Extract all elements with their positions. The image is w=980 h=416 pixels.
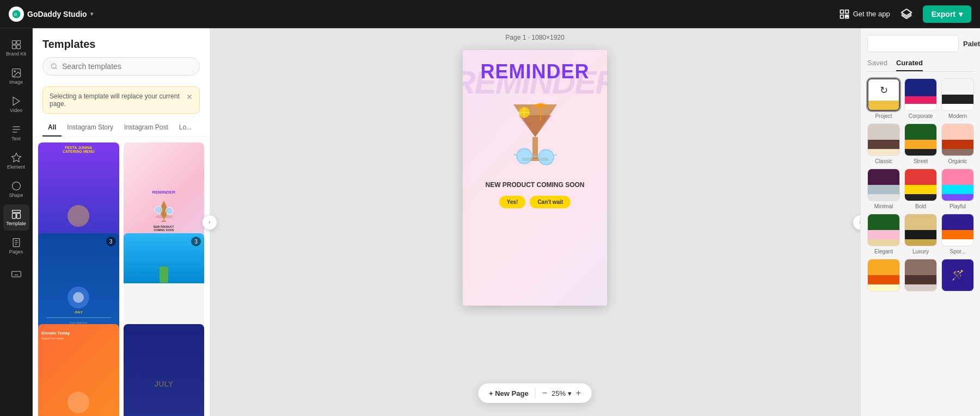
tab-all[interactable]: All <box>42 119 62 136</box>
get-app-button[interactable]: Get the app <box>839 9 890 20</box>
canvas-preview[interactable]: REMINDER REMINDER <box>463 50 607 306</box>
right-panel: Palette ⊞ Saved Curated ↻ Project <box>860 28 980 416</box>
sidebar-item-image[interactable]: Image <box>3 63 29 89</box>
palette-header: Palette ⊞ <box>867 35 973 52</box>
logo-icon: G <box>9 7 24 22</box>
app-chevron-icon[interactable]: ▾ <box>90 11 93 17</box>
tab-saved[interactable]: Saved <box>867 59 887 71</box>
canvas-subtitle: NEW PRODUCT COMING SOON <box>486 181 585 190</box>
svg-rect-2 <box>840 10 843 13</box>
zoom-value: 25% ▾ <box>552 389 572 398</box>
svg-line-34 <box>56 67 57 69</box>
qr-icon <box>839 9 850 20</box>
sidebar-item-text[interactable]: Text <box>3 120 29 146</box>
sidebar-item-brand-kit[interactable]: Brand Kit <box>3 35 29 61</box>
swatch-playful[interactable]: Playful <box>941 169 974 209</box>
nav-left: G GoDaddy Studio ▾ <box>9 7 93 22</box>
canvas-cocktail-graphic <box>492 88 579 175</box>
canvas-cant-wait-button[interactable]: Can't wait <box>530 196 571 208</box>
svg-rect-11 <box>12 45 16 49</box>
svg-rect-40 <box>532 137 538 159</box>
tab-more[interactable]: Lo... <box>174 119 197 136</box>
sidebar-item-shape[interactable]: Shape <box>3 176 29 202</box>
sidebar-item-pages[interactable]: Pages <box>3 233 29 259</box>
app-name: GoDaddy Studio <box>27 10 87 18</box>
tab-curated[interactable]: Curated <box>896 59 923 71</box>
templates-header: Templates <box>33 28 210 82</box>
swatch-minimal-label: Minimal <box>874 203 893 209</box>
svg-point-33 <box>52 64 57 69</box>
swatches-grid: ↻ Project Corporate <box>867 78 973 294</box>
swatch-bold[interactable]: Bold <box>904 169 937 209</box>
swatch-street[interactable]: Street <box>904 123 937 164</box>
svg-rect-5 <box>845 15 847 16</box>
template-item-6[interactable]: JULY JULY <box>124 324 205 416</box>
bottom-toolbar: + New Page − 25% ▾ + <box>478 383 592 403</box>
canvas-wrapper: ‹ Page 1 · 1080×1920 REMINDER REMINDER <box>210 28 860 416</box>
top-navigation: G GoDaddy Studio ▾ Get the app Export ▾ <box>0 0 980 28</box>
svg-point-39 <box>166 207 173 214</box>
sidebar-item-keyboard[interactable] <box>3 261 29 287</box>
swatch-extra2[interactable] <box>904 259 937 294</box>
svg-marker-15 <box>13 97 20 105</box>
swatch-classic[interactable]: Classic <box>867 123 900 164</box>
swatch-luxury[interactable]: Luxury <box>904 214 937 254</box>
swatch-sport[interactable]: Spor... <box>941 214 974 254</box>
swatch-row-5: 🪄 <box>867 259 973 294</box>
palette-label: Palette <box>963 40 980 48</box>
magic-wand-icon[interactable]: 🪄 <box>952 269 964 281</box>
swatch-elegant-label: Elegant <box>874 249 893 254</box>
tab-instagram-post[interactable]: Instagram Post <box>119 119 174 136</box>
get-app-label: Get the app <box>853 10 890 18</box>
swatch-extra3[interactable]: 🪄 <box>941 259 974 294</box>
swatch-modern[interactable]: Modern <box>941 78 974 119</box>
canvas-yes-button[interactable]: Yes! <box>499 196 526 208</box>
expand-panel-button[interactable]: › <box>853 215 860 230</box>
page-label: Page 1 · 1080×1920 <box>505 34 564 41</box>
export-button[interactable]: Export ▾ <box>923 5 971 23</box>
search-input[interactable] <box>62 62 192 71</box>
swatch-street-label: Street <box>914 158 928 164</box>
main-layout: Brand Kit Image Video Text <box>0 28 980 416</box>
search-box[interactable] <box>42 57 200 76</box>
svg-rect-21 <box>12 213 16 218</box>
svg-rect-6 <box>847 15 849 16</box>
collapse-panel-button[interactable]: ‹ <box>202 215 217 230</box>
swatch-row-3: Minimal Bold <box>867 169 973 209</box>
zoom-out-button[interactable]: − <box>542 388 547 398</box>
tab-instagram-story[interactable]: Instagram Story <box>62 119 119 136</box>
swatch-extra1[interactable] <box>867 259 900 294</box>
refresh-icon: ↻ <box>880 84 888 96</box>
svg-rect-22 <box>16 213 20 218</box>
svg-rect-4 <box>840 15 843 18</box>
template-grid: FESTA JUNINACATERING MENU REMINDER <box>33 137 210 416</box>
warning-close-button[interactable]: ✕ <box>186 92 193 101</box>
swatch-elegant[interactable]: Elegant <box>867 214 900 254</box>
new-page-button[interactable]: + New Page <box>489 389 529 398</box>
swatch-luxury-label: Luxury <box>912 249 929 254</box>
swatch-corporate[interactable]: Corporate <box>904 78 937 119</box>
palette-search-input[interactable] <box>867 35 959 52</box>
sidebar-item-template[interactable]: Template <box>3 204 29 231</box>
swatch-minimal[interactable]: Minimal <box>867 169 900 209</box>
layers-button[interactable] <box>899 7 914 22</box>
swatch-row-2: Classic Street <box>867 123 973 164</box>
sidebar-item-element[interactable]: Element <box>3 148 29 174</box>
swatch-project-label: Project <box>875 113 892 119</box>
svg-point-44 <box>517 148 532 164</box>
zoom-controls: − 25% ▾ + <box>542 388 581 398</box>
swatch-project[interactable]: ↻ Project <box>867 78 900 119</box>
canvas-action-buttons: Yes! Can't wait <box>499 196 571 208</box>
template-item-5[interactable]: Donate Today Support our cause <box>38 324 119 416</box>
sidebar-item-video[interactable]: Video <box>3 91 29 117</box>
app-logo[interactable]: G GoDaddy Studio ▾ <box>9 7 93 22</box>
svg-rect-3 <box>845 10 848 13</box>
swatch-organic[interactable]: Organic <box>941 123 974 164</box>
canvas-design-title: REMINDER <box>480 61 589 83</box>
svg-point-19 <box>12 182 20 190</box>
zoom-in-button[interactable]: + <box>576 388 581 398</box>
swatch-classic-label: Classic <box>875 158 892 164</box>
svg-line-48 <box>554 154 557 156</box>
svg-rect-7 <box>845 17 848 18</box>
warning-text: Selecting a template will replace your c… <box>50 92 182 108</box>
